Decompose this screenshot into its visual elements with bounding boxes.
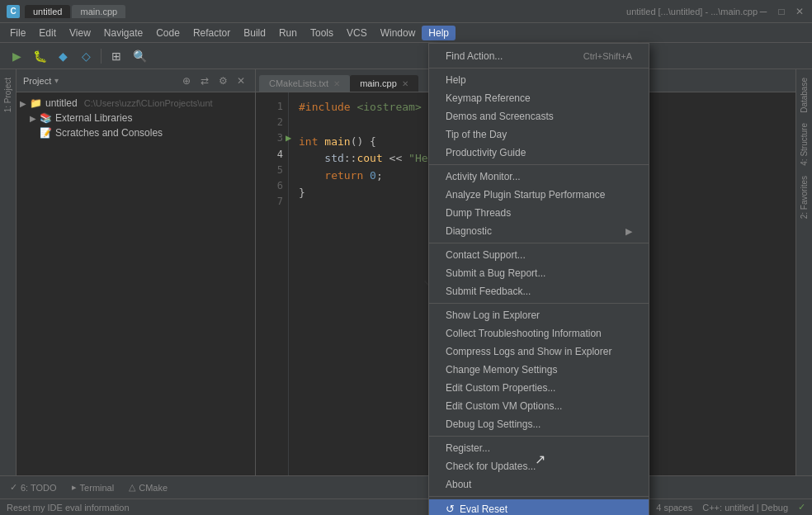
menu-build[interactable]: Build [237,26,272,40]
minimize-button[interactable]: ─ [758,6,769,17]
sidebar-label-project[interactable]: 1: Project [2,73,14,117]
menu-file[interactable]: File [3,26,32,40]
bottom-tab-cmake[interactable]: △ CMake [122,480,174,494]
tree-item-scratches-label: Scratches and Consoles [55,127,163,139]
help-item-showlog[interactable]: Show Log in Explorer [429,306,649,324]
sidebar-label-structure[interactable]: 4: Structure [798,118,810,171]
find-action-item[interactable]: Find Action... Ctrl+Shift+A [429,47,649,65]
line-num-4: 4 [256,147,283,163]
tree-item-untitled-label: untitled [45,97,78,109]
toolbar-coverage-btn[interactable]: ◇ [76,46,96,66]
diagnostic-arrow: ▶ [626,226,632,237]
tree-expand-icon-2: ▶ [30,114,36,123]
help-item-updates[interactable]: Check for Updates... [429,457,649,475]
close-button[interactable]: ✕ [794,6,805,17]
help-item-contact-label: Contact Support... [446,249,526,261]
help-item-tipofday[interactable]: Tip of the Day [429,125,649,144]
evalreset-label: Eval Reset [460,503,508,515]
menu-sep-6 [429,496,649,497]
menu-run[interactable]: Run [272,26,304,40]
bottom-tab-todo[interactable]: ✓ 6: TODO [3,480,64,494]
editor-tab-cmakelists[interactable]: CMakeLists.txt ✕ [259,75,350,92]
toolbar-search-btn[interactable]: 🔍 [130,46,149,66]
help-item-memory[interactable]: Change Memory Settings [429,361,649,379]
evalreset-icon: ↺ [446,503,455,515]
editor-tab-cmakelists-close[interactable]: ✕ [333,79,340,88]
bottom-tab-terminal[interactable]: ▸ Terminal [65,480,121,494]
help-item-dump[interactable]: Dump Threads [429,204,649,222]
help-item-contact[interactable]: Contact Support... [429,246,649,264]
help-item-customvm-label: Edit Custom VM Options... [446,400,562,412]
help-item-about-label: About [446,479,471,490]
help-item-bugreport[interactable]: Submit a Bug Report... [429,264,649,282]
help-item-help[interactable]: Help [429,71,649,89]
help-item-debuglog[interactable]: Debug Log Settings... [429,415,649,433]
help-item-register[interactable]: Register... [429,439,649,457]
tree-item-untitled[interactable]: ▶ 📁 untitled C:\Users\uzzf\CLionProjects… [17,96,255,111]
help-dropdown-menu: Find Action... Ctrl+Shift+A Help Keymap … [428,43,649,515]
project-add-btn[interactable]: ⊕ [179,73,194,88]
tree-item-ext-libs[interactable]: ▶ 📚 External Libraries [17,111,255,125]
help-item-collect[interactable]: Collect Troubleshooting Information [429,324,649,343]
help-item-customprop[interactable]: Edit Custom Properties... [429,379,649,397]
help-item-keymap[interactable]: Keymap Reference [429,89,649,107]
menu-help[interactable]: Help [422,26,456,40]
menu-refactor[interactable]: Refactor [186,26,237,40]
menu-vcs[interactable]: VCS [340,26,374,40]
sidebar-label-database[interactable]: Database [798,73,810,118]
toolbar-profile-btn[interactable]: ◆ [53,46,73,66]
editor-tab-maincpp[interactable]: main.cpp ✕ [350,75,418,92]
help-item-customvm[interactable]: Edit Custom VM Options... [429,397,649,415]
app-icon: C [7,5,20,18]
title-tabs: untitled main.cpp [25,5,626,18]
help-item-compress[interactable]: Compress Logs and Show in Explorer [429,343,649,361]
status-indent[interactable]: 4 spaces [656,503,692,513]
help-item-diagnostic[interactable]: Diagnostic ▶ [429,222,649,240]
window-title: untitled [...\untitled] - ...\main.cpp [626,7,758,17]
find-action-label: Find Action... [446,50,503,62]
menu-separator [429,68,649,69]
menu-view[interactable]: View [63,26,97,40]
help-item-activity[interactable]: Activity Monitor... [429,168,649,186]
menu-sep-2 [429,164,649,165]
title-tab-untitled[interactable]: untitled [25,5,70,18]
help-item-evalreset[interactable]: ↺ Eval Reset [429,499,649,515]
menu-navigate[interactable]: Navigate [97,26,149,40]
menu-code[interactable]: Code [149,26,186,40]
tree-item-scratches[interactable]: 📝 Scratches and Consoles [17,125,255,140]
help-item-collect-label: Collect Troubleshooting Information [446,328,602,339]
tree-folder-icon: 📁 [30,97,42,109]
help-item-productivity[interactable]: Productivity Guide [429,144,649,162]
toolbar-debug-btn[interactable]: 🐛 [30,46,50,66]
menu-window[interactable]: Window [374,26,423,40]
maximize-button[interactable]: □ [776,6,787,17]
project-tree: ▶ 📁 untitled C:\Users\uzzf\CLionProjects… [17,92,255,475]
help-item-demos[interactable]: Demos and Screencasts [429,107,649,125]
project-dropdown-icon[interactable]: ▾ [54,76,59,85]
project-header: Project ▾ ⊕ ⇄ ⚙ ✕ [17,69,255,92]
help-item-memory-label: Change Memory Settings [446,364,557,376]
help-item-compress-label: Compress Logs and Show in Explorer [446,346,611,357]
toolbar-run-btn[interactable]: ▶ [7,46,26,66]
project-panel: Project ▾ ⊕ ⇄ ⚙ ✕ ▶ 📁 untitled C:\Users\… [17,69,256,475]
sidebar-label-favorites[interactable]: 2: Favorites [798,171,810,224]
editor-tab-maincpp-close[interactable]: ✕ [402,79,408,88]
tree-folder-icon-2: 📚 [40,112,52,124]
help-item-feedback[interactable]: Submit Feedback... [429,282,649,300]
toolbar-layout-btn[interactable]: ⊞ [106,46,126,66]
project-sync-btn[interactable]: ⇄ [197,73,212,88]
cmake-label: CMake [139,483,168,493]
help-item-diagnostic-label: Diagnostic [446,225,492,237]
project-settings-btn[interactable]: ⚙ [215,73,230,88]
help-item-debuglog-label: Debug Log Settings... [446,418,541,430]
help-item-tipofday-label: Tip of the Day [446,129,507,140]
help-item-analyze[interactable]: Analyze Plugin Startup Performance [429,186,649,204]
title-tab-maincpp[interactable]: main.cpp [72,5,125,18]
project-close-btn[interactable]: ✕ [234,73,248,88]
menu-sep-5 [429,436,649,437]
menu-sep-4 [429,303,649,304]
menu-tools[interactable]: Tools [304,26,340,40]
menu-edit[interactable]: Edit [32,26,63,40]
help-item-help-label: Help [446,74,466,86]
help-item-about[interactable]: About [429,475,649,494]
